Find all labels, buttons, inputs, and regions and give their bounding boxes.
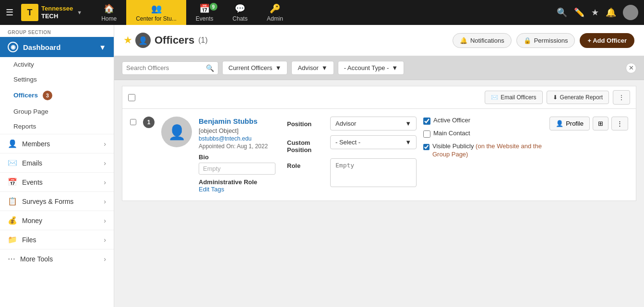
active-officer-label: Active Officer	[433, 117, 470, 125]
sidebar-item-group-page[interactable]: Group Page	[0, 104, 114, 119]
notifications-button[interactable]: 🔔 Notifications	[453, 33, 512, 48]
filters-bar: 🔍 Current Officers ▼ Advisor ▼ - Account…	[114, 56, 644, 80]
chats-icon: 💬	[235, 3, 245, 14]
grid-button[interactable]: ⊞	[593, 117, 608, 130]
dashboard-label: Dashboard	[23, 43, 60, 51]
dashboard-icon: ◉	[8, 42, 18, 52]
nav-center[interactable]: 👥 Center for Stu...	[126, 0, 186, 25]
page-title: Officers	[155, 34, 194, 47]
main-content: ★ 👤 Officers (1) 🔔 Notifications 🔒 Permi…	[114, 25, 644, 307]
edit-icon[interactable]: ✏️	[574, 7, 584, 18]
current-officers-filter[interactable]: Current Officers ▼	[222, 61, 287, 75]
logo-caret-icon: ▼	[77, 10, 82, 15]
sidebar-item-reports[interactable]: Reports	[0, 119, 114, 134]
active-officer-flag: Active Officer	[423, 117, 543, 125]
members-icon: 👤	[8, 139, 17, 148]
user-avatar[interactable]	[623, 5, 638, 20]
title-star-icon: ★	[124, 35, 131, 46]
main-contact-checkbox[interactable]	[423, 130, 430, 138]
sidebar-item-more-tools[interactable]: ⋯ More Tools ›	[0, 249, 114, 268]
sidebar-dashboard[interactable]: ◉ Dashboard ▼	[0, 37, 114, 57]
position-row: Position Advisor ▼	[287, 117, 417, 130]
officer-select-checkbox[interactable]	[130, 118, 136, 126]
role-textarea[interactable]	[330, 158, 417, 187]
search-icon[interactable]: 🔍	[557, 7, 567, 18]
custom-position-label: Custom Position	[287, 135, 325, 154]
bell-icon[interactable]: 🔔	[606, 7, 616, 18]
search-input[interactable]	[126, 64, 203, 71]
logo-badge: T	[21, 4, 38, 21]
sidebar-item-files[interactable]: 📁 Files ›	[0, 230, 114, 249]
officer-card: 1 👤 Benjamin Stubbs [object Object] bstu…	[122, 108, 636, 201]
email-icon: ✉️	[491, 94, 498, 101]
sidebar-item-members[interactable]: 👤 Members ›	[0, 134, 114, 153]
search-box[interactable]: 🔍	[122, 61, 218, 75]
account-type-caret-icon: ▼	[392, 64, 398, 71]
bio-value: Empty	[203, 165, 221, 172]
sidebar-item-events[interactable]: 📅 Events ›	[0, 172, 114, 191]
money-caret-icon: ›	[104, 217, 106, 224]
officer-number: 1	[143, 117, 155, 128]
officer-staff-role: [object Object]	[199, 127, 280, 134]
custom-position-select[interactable]: - Select - ▼	[330, 135, 417, 149]
page-title-area: ★ 👤 Officers (1)	[124, 33, 453, 48]
current-officers-caret-icon: ▼	[275, 64, 282, 71]
emails-icon: ✉️	[8, 158, 17, 167]
toolbar-dots-icon: ⋮	[618, 94, 625, 101]
lock-icon: 🔒	[524, 37, 531, 44]
active-officer-checkbox[interactable]	[423, 118, 430, 125]
home-icon: 🏠	[104, 3, 114, 14]
account-type-filter[interactable]: - Account Type - ▼	[338, 61, 405, 75]
hamburger-menu[interactable]: ☰	[6, 7, 13, 18]
custom-position-caret-icon: ▼	[405, 139, 411, 146]
layout: GROUP SECTION ◉ Dashboard ▼ Activity Set…	[0, 25, 644, 307]
nav-admin-label: Admin	[267, 15, 283, 22]
nav-chats[interactable]: 💬 Chats	[223, 0, 257, 25]
nav-admin[interactable]: 🔑 Admin	[257, 0, 293, 25]
title-person-icon: 👤	[135, 33, 151, 48]
officer-more-button[interactable]: ⋮	[611, 117, 628, 130]
role-row: Role	[287, 158, 417, 187]
add-officer-button[interactable]: + Add Officer	[580, 33, 634, 48]
sidebar-item-surveys[interactable]: 📋 Surveys & Forms ›	[0, 191, 114, 211]
search-icon-filter: 🔍	[206, 64, 214, 72]
position-select[interactable]: Advisor ▼	[330, 117, 417, 130]
select-all-checkbox[interactable]	[128, 94, 135, 101]
nav-events[interactable]: 9 📅 Events	[186, 0, 223, 25]
position-caret-icon: ▼	[405, 120, 411, 127]
dashboard-caret-icon: ▼	[99, 43, 106, 51]
permissions-button[interactable]: 🔒 Permissions	[516, 33, 575, 48]
toolbar-more-button[interactable]: ⋮	[613, 90, 630, 105]
position-label: Position	[287, 117, 325, 128]
email-officers-button[interactable]: ✉️ Email Officers	[485, 91, 542, 104]
sidebar-item-money[interactable]: 💰 Money ›	[0, 211, 114, 230]
sidebar-item-activity[interactable]: Activity	[0, 57, 114, 72]
star-icon[interactable]: ★	[591, 7, 599, 18]
more-dots-icon: ⋮	[617, 120, 623, 127]
sidebar-item-emails[interactable]: ✉️ Emails ›	[0, 153, 114, 172]
table-toolbar: ✉️ Email Officers ⬇ Generate Report ⋮	[122, 86, 636, 108]
custom-position-row: Custom Position - Select - ▼	[287, 135, 417, 154]
custom-position-value: - Select -	[335, 139, 360, 146]
sidebar-item-officers[interactable]: Officers 3	[0, 87, 114, 104]
sidebar-item-settings[interactable]: Settings	[0, 72, 114, 87]
more-tools-icon: ⋯	[8, 254, 15, 263]
visible-publicly-checkbox[interactable]	[423, 143, 429, 151]
bio-label: Bio	[199, 154, 280, 161]
logo[interactable]: T Tennessee TECH ▼	[21, 4, 82, 21]
nav-home[interactable]: 🏠 Home	[92, 0, 126, 25]
events-badge: 9	[210, 3, 217, 11]
officer-name: Benjamin Stubbs	[199, 117, 280, 126]
generate-report-button[interactable]: ⬇ Generate Report	[547, 91, 609, 104]
bio-input[interactable]: Empty	[199, 163, 275, 175]
advisor-filter[interactable]: Advisor ▼	[291, 61, 334, 75]
sidebar: GROUP SECTION ◉ Dashboard ▼ Activity Set…	[0, 25, 114, 307]
edit-tags-link[interactable]: Edit Tags	[199, 186, 280, 193]
close-filter-button[interactable]: ✕	[626, 63, 636, 73]
officer-email[interactable]: bstubbs@tntech.edu	[199, 135, 280, 142]
officer-appointed-date: Appointed On: Aug 1, 2022	[199, 143, 280, 150]
admin-role-section: Administrative Role Edit Tags	[199, 178, 280, 193]
surveys-icon: 📋	[8, 197, 17, 206]
emails-caret-icon: ›	[104, 159, 106, 167]
profile-button[interactable]: 👤 Profile	[549, 117, 590, 130]
